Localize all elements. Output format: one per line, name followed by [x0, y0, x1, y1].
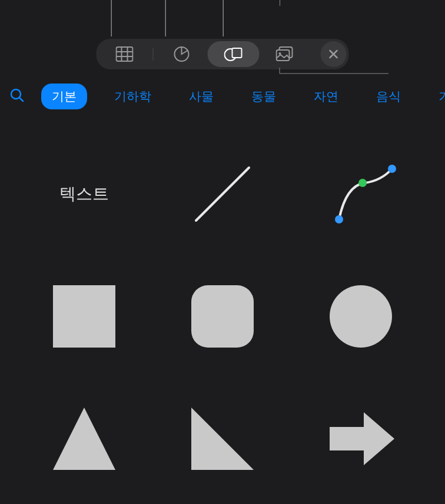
shapes-icon — [224, 46, 243, 62]
media-icon — [276, 46, 295, 62]
right-triangle-shape[interactable] — [156, 380, 290, 498]
category-tab-objects[interactable]: 사물 — [178, 84, 224, 109]
category-tab-animals[interactable]: 동물 — [241, 84, 287, 109]
table-icon — [116, 46, 134, 62]
chart-button[interactable] — [156, 41, 208, 67]
svg-line-20 — [196, 168, 249, 221]
line-icon — [184, 156, 261, 232]
svg-marker-28 — [191, 408, 254, 470]
category-tab-symbols[interactable]: 기호 — [428, 84, 445, 109]
category-tab-geometry[interactable]: 기하학 — [104, 84, 162, 109]
text-shape[interactable]: 텍스트 — [18, 135, 151, 253]
rounded-square-icon — [184, 278, 261, 355]
rounded-square-shape[interactable] — [156, 258, 290, 375]
triangle-shape[interactable] — [18, 380, 151, 498]
svg-marker-29 — [330, 412, 394, 465]
circle-shape[interactable] — [294, 258, 427, 375]
chart-icon — [174, 46, 190, 62]
category-tab-food[interactable]: 음식 — [366, 84, 411, 109]
circle-icon — [323, 278, 399, 355]
category-tab-basic[interactable]: 기본 — [41, 84, 87, 109]
right-triangle-icon — [184, 400, 261, 477]
line-shape[interactable] — [156, 135, 290, 253]
svg-rect-12 — [233, 48, 242, 58]
text-shape-label: 텍스트 — [59, 183, 109, 205]
square-shape[interactable] — [18, 258, 151, 375]
curve-shape[interactable] — [294, 135, 427, 253]
arrow-right-icon — [323, 400, 399, 477]
category-tab-nature[interactable]: 자연 — [303, 84, 349, 109]
table-button[interactable] — [99, 41, 151, 67]
svg-marker-27 — [53, 408, 115, 470]
svg-line-19 — [19, 98, 23, 101]
svg-rect-25 — [191, 285, 254, 348]
media-button[interactable] — [260, 41, 311, 67]
svg-point-22 — [358, 179, 367, 187]
shapes-grid: 텍스트 — [0, 135, 445, 504]
curve-icon — [323, 156, 399, 232]
shapes-button[interactable] — [208, 41, 260, 67]
close-icon — [328, 49, 339, 59]
search-button[interactable] — [9, 88, 25, 105]
svg-point-23 — [388, 165, 396, 173]
search-icon — [9, 88, 25, 103]
insert-toolbar — [97, 39, 349, 69]
arrow-right-shape[interactable] — [294, 380, 427, 498]
svg-point-21 — [335, 215, 343, 223]
close-button[interactable] — [321, 41, 347, 67]
toolbar-divider — [153, 48, 154, 61]
svg-rect-24 — [53, 285, 115, 348]
triangle-icon — [46, 400, 122, 477]
svg-rect-5 — [117, 47, 133, 61]
category-bar: 기본 기하학 사물 동물 자연 음식 기호 — [0, 84, 445, 109]
square-icon — [46, 278, 122, 355]
svg-point-26 — [330, 285, 392, 348]
